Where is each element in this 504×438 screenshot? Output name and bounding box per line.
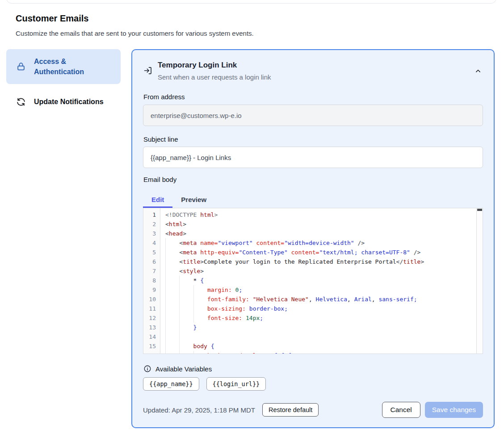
variable-chip-login-url[interactable]: {{login_url}} xyxy=(206,377,266,391)
collapse-panel-button[interactable] xyxy=(473,66,483,76)
code-token: } xyxy=(165,324,197,331)
code-token: ; xyxy=(295,352,298,354)
code-token: > xyxy=(214,211,218,218)
code-token: ; xyxy=(260,315,263,321)
code-token: sans-serif xyxy=(378,296,413,303)
code-line: 13 } xyxy=(143,323,476,332)
cancel-button[interactable]: Cancel xyxy=(382,402,420,418)
page-subtitle: Customize the emails that are sent to yo… xyxy=(16,29,254,37)
email-body-label: Email body xyxy=(143,176,176,183)
editor-scrollbar-thumb[interactable] xyxy=(477,209,482,211)
code-token: Arial xyxy=(354,296,372,303)
code-token xyxy=(267,352,270,354)
available-variables-label: Available Variables xyxy=(155,365,212,373)
code-line: 5 <meta http-equiv="Content-Type" conten… xyxy=(143,248,476,257)
code-line: 8 * { xyxy=(143,276,476,285)
line-number: 7 xyxy=(143,266,160,276)
code-token: content= xyxy=(256,240,285,246)
code-line: 7 <style> xyxy=(143,266,476,276)
code-token: < xyxy=(165,230,169,237)
code-token: content= xyxy=(291,249,319,256)
indent-guide xyxy=(165,238,166,248)
code-token: /> xyxy=(410,249,420,256)
code-token: ; xyxy=(284,305,288,312)
indent-guide xyxy=(193,304,194,313)
refresh-icon xyxy=(16,97,26,107)
code-token: < xyxy=(165,240,183,246)
code-token: , xyxy=(347,296,354,303)
subject-line-input[interactable] xyxy=(143,147,483,168)
email-body-code-editor[interactable]: 1<!DOCTYPE html>2<html>3<head>4 <meta na… xyxy=(143,208,483,354)
variable-chips: {{app_name}} {{login_url}} xyxy=(143,377,266,391)
code-token: head xyxy=(169,230,183,237)
code-token xyxy=(242,315,246,321)
email-body-tabs: Edit Preview xyxy=(143,191,483,208)
code-token: ; xyxy=(414,296,417,303)
code-token: meta xyxy=(183,240,197,246)
indent-guide xyxy=(179,341,180,351)
code-token: < xyxy=(165,268,183,274)
tab-edit[interactable]: Edit xyxy=(143,191,172,208)
line-number: 3 xyxy=(143,229,160,238)
updated-timestamp: Updated: Apr 29, 2025, 1:18 PM MDT xyxy=(143,406,255,414)
line-number: 6 xyxy=(143,257,160,266)
line-number: 5 xyxy=(143,248,160,257)
indent-guide xyxy=(165,295,166,304)
code-token: box-sizing: xyxy=(165,305,246,312)
sidebar-item-access-authentication[interactable]: Access & Authentication xyxy=(6,49,121,84)
line-number: 16 xyxy=(143,351,160,354)
code-token: , xyxy=(309,296,316,303)
code-line: 15 body { xyxy=(143,341,476,351)
editor-scrollbar[interactable] xyxy=(476,208,483,354)
tab-preview[interactable]: Preview xyxy=(172,191,215,208)
indent-guide xyxy=(165,323,166,332)
code-token: #f9f9f9 xyxy=(270,352,295,354)
code-token: "Content-Type" xyxy=(239,249,288,256)
code-lines: 1<!DOCTYPE html>2<html>3<head>4 <meta na… xyxy=(143,210,476,354)
restore-default-button[interactable]: Restore default xyxy=(262,403,319,417)
save-changes-button[interactable]: Save changes xyxy=(425,402,483,418)
available-variables-row: Available Variables xyxy=(143,365,212,373)
sidebar-item-label: Access & Authentication xyxy=(34,56,115,77)
page-title: Customer Emails xyxy=(16,13,88,24)
code-token: "viewport" xyxy=(218,240,252,246)
code-token: < xyxy=(165,221,169,227)
code-token: /> xyxy=(354,240,365,246)
indent-guide xyxy=(193,351,194,354)
code-token: "Helvetica Neue" xyxy=(253,296,309,303)
code-token: Helvetica xyxy=(316,296,347,303)
code-token: title xyxy=(183,258,200,265)
code-token: html xyxy=(169,221,183,227)
code-token: body xyxy=(165,343,207,350)
indent-guide xyxy=(165,304,166,313)
indent-guide xyxy=(193,313,194,323)
line-number: 15 xyxy=(143,341,160,351)
sidebar-item-update-notifications[interactable]: Update Notifications xyxy=(6,91,121,113)
code-line: 2<html> xyxy=(143,219,476,229)
code-token: > xyxy=(200,268,204,274)
variable-chip-app-name[interactable]: {{app_name}} xyxy=(143,377,199,391)
panel-footer: Updated: Apr 29, 2025, 1:18 PM MDT Resto… xyxy=(143,401,483,418)
indent-guide xyxy=(165,257,166,266)
code-line: 10 font-family: "Helvetica Neue", Helvet… xyxy=(143,295,476,304)
line-number: 12 xyxy=(143,313,160,323)
login-icon xyxy=(143,66,152,75)
code-token: { xyxy=(211,343,214,350)
code-token: * xyxy=(165,277,200,284)
line-number: 14 xyxy=(143,332,160,341)
chevron-up-icon xyxy=(474,67,482,75)
line-number: 10 xyxy=(143,295,160,304)
lock-icon xyxy=(16,62,26,72)
indent-guide xyxy=(179,351,180,354)
code-line: 9 margin: 0; xyxy=(143,285,476,295)
code-token: background-color: xyxy=(165,352,267,354)
code-token xyxy=(232,286,235,293)
indent-guide xyxy=(193,295,194,304)
previous-card-edge xyxy=(6,0,496,4)
code-token: </ xyxy=(396,258,403,265)
sidebar-item-label: Update Notifications xyxy=(34,97,104,107)
temporary-login-link-panel: Temporary Login Link Sent when a user re… xyxy=(131,49,495,428)
code-line: 11 box-sizing: border-box; xyxy=(143,304,476,313)
line-number: 11 xyxy=(143,304,160,313)
panel-title: Temporary Login Link xyxy=(158,61,237,70)
